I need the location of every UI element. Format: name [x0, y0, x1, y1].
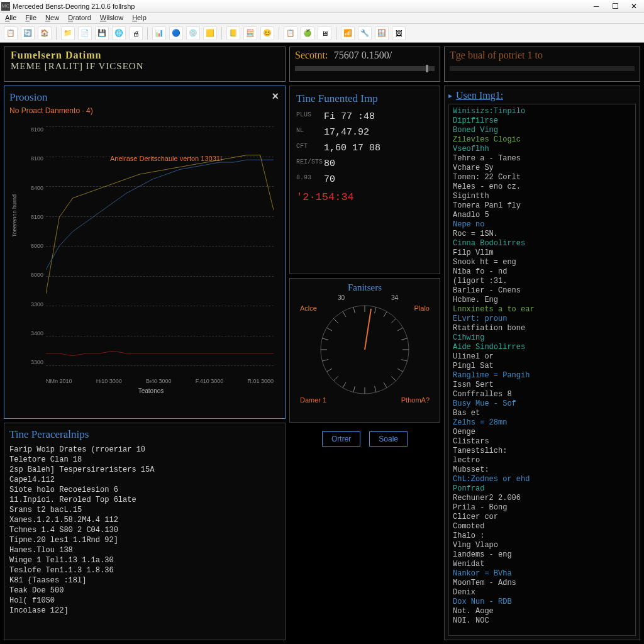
list-item[interactable]: Conffralles 8 [453, 390, 631, 399]
list-item[interactable]: Clistars [453, 437, 631, 447]
close-icon[interactable]: × [272, 90, 279, 103]
list-item[interactable]: ELvrt: proun [453, 314, 631, 324]
list-item[interactable]: Tanestslich: [453, 447, 631, 456]
toolbar-icon-12[interactable]: 📒 [226, 26, 240, 40]
log-line: K81 {Taases :18l] [9, 575, 280, 586]
list-item[interactable]: Winisizs:Tinpilo [453, 107, 631, 116]
toolbar-icon-14[interactable]: 😊 [260, 26, 274, 40]
list-item[interactable]: NOI. NOC [453, 616, 631, 626]
list-item[interactable]: lectro [453, 456, 631, 465]
list-item[interactable]: Comoted [453, 522, 631, 531]
list-item[interactable]: Cihwing [453, 333, 631, 343]
list-item[interactable]: Busy Mue - Sof [453, 399, 631, 409]
list-item[interactable]: Ranglime = Pangih [453, 371, 631, 380]
list-item[interactable]: Tehre a - Tanes [453, 154, 631, 164]
list-item[interactable]: Filp Vllm [453, 248, 631, 258]
list-body[interactable]: Winisizs:TinpiloDipifilrseBoned VingZile… [448, 104, 636, 636]
list-item[interactable]: MoonTem - Adns [453, 579, 631, 588]
list-item[interactable]: Not. Aoge [453, 607, 631, 616]
toolbar-icon-7[interactable]: 🖨 [129, 26, 143, 40]
list-item[interactable]: Niba fo - nd [453, 267, 631, 277]
list-item[interactable]: Zilevles Clogic [453, 135, 631, 145]
metric-row: NL17,47.92 [296, 127, 433, 138]
list-item[interactable]: Vseoflhh [453, 145, 631, 154]
list-item[interactable]: landems - eng [453, 550, 631, 560]
list-item[interactable]: Issn Sert [453, 380, 631, 390]
list-item[interactable]: (ligort :31. [453, 277, 631, 286]
toolbar-icon-21[interactable]: 🖼 [392, 26, 406, 40]
toolbar-icon-4[interactable]: 📄 [78, 26, 92, 40]
toolbar-icon-10[interactable]: 💿 [186, 26, 200, 40]
window-title: Merceded Benst-Deoring 21.0.6 follrshp [13, 3, 587, 10]
list-item[interactable]: Tonera Panl fly [453, 201, 631, 211]
menu-new[interactable]: New [45, 14, 59, 22]
list-item[interactable]: Rtatfiation bone [453, 324, 631, 333]
toolbar-icon-18[interactable]: 📶 [341, 26, 355, 40]
menu-dratord[interactable]: Dratord [68, 14, 91, 22]
toolbar-icon-9[interactable]: 🔵 [169, 26, 183, 40]
svg-line-2 [375, 307, 377, 313]
toolbar-icon-16[interactable]: 🍏 [301, 26, 314, 40]
list-panel: ▸ Usen Img1: Winisizs:TinpiloDipifilrseB… [444, 86, 640, 640]
toolbar-icon-0[interactable]: 📋 [4, 26, 18, 40]
menu-alle[interactable]: Alle [5, 14, 16, 22]
toolbar-icon-20[interactable]: 🪟 [375, 26, 389, 40]
toolbar-icon-2[interactable]: 🏠 [38, 26, 52, 40]
menu-help[interactable]: Help [132, 14, 147, 22]
toolbar-icon-5[interactable]: 💾 [95, 26, 109, 40]
toolbar-icon-13[interactable]: 🧮 [243, 26, 257, 40]
list-item[interactable]: Boned Ving [453, 126, 631, 135]
list-item[interactable]: Ulinel or [453, 352, 631, 362]
list-item[interactable]: Hcbme. Eng [453, 296, 631, 305]
list-item[interactable]: Dipifilrse [453, 116, 631, 126]
list-item[interactable]: Nepe no [453, 220, 631, 230]
y-axis-label: Toeerenon hurnd [11, 194, 18, 237]
list-item[interactable]: Ponfrad [453, 484, 631, 494]
list-item[interactable]: Prila - Bong [453, 503, 631, 513]
progress-bar[interactable] [295, 66, 435, 71]
toolbar-icon-17[interactable]: 🖥 [318, 26, 331, 40]
soale-button[interactable]: Soale [369, 431, 408, 447]
toolbar-icon-15[interactable]: 📋 [284, 26, 297, 40]
list-item[interactable]: Pingl Sat [453, 362, 631, 371]
list-item[interactable]: Wenidat [453, 560, 631, 569]
list-item[interactable]: Oenge [453, 428, 631, 437]
ytick: 6000 [26, 272, 43, 278]
ortrer-button[interactable]: Ortrer [322, 431, 360, 447]
list-item[interactable]: Mubsset: [453, 465, 631, 475]
list-item[interactable]: Zelhs = 28mn [453, 418, 631, 428]
menu-wilslow[interactable]: Wilslow [100, 14, 123, 22]
list-item[interactable]: Snook ht = eng [453, 258, 631, 267]
list-item[interactable]: Rechuner2 2.006 [453, 494, 631, 503]
list-item[interactable]: Aide Sindolirres [453, 343, 631, 352]
list-item[interactable]: Dox Nun - RDB [453, 597, 631, 607]
list-item[interactable]: Tonen: 22 Corlt [453, 173, 631, 182]
toolbar-icon-19[interactable]: 🔧 [358, 26, 372, 40]
minimize-button[interactable]: ─ [587, 1, 605, 12]
svg-line-10 [391, 376, 396, 380]
toolbar-icon-6[interactable]: 🌐 [112, 26, 126, 40]
list-item[interactable]: Bas et [453, 409, 631, 418]
list-item[interactable]: Cinna Bodolirres [453, 239, 631, 248]
toolbar-icon-8[interactable]: 📊 [152, 26, 166, 40]
list-item[interactable]: Meles - eno cz. [453, 182, 631, 192]
list-item[interactable]: Sigintth [453, 192, 631, 201]
list-item[interactable]: Vlng Vlapo [453, 541, 631, 550]
list-item[interactable]: Lnnxinets a to ear [453, 305, 631, 314]
x-axis-label: Teatonos [138, 387, 164, 394]
list-item[interactable]: Vchare Sy [453, 164, 631, 173]
toolbar-icon-11[interactable]: 🟨 [203, 26, 217, 40]
menu-file[interactable]: File [25, 14, 36, 22]
maximize-button[interactable]: ☐ [606, 1, 624, 12]
list-item[interactable]: Clicer cor [453, 513, 631, 522]
list-item[interactable]: ChL:Zodnes or ehd [453, 475, 631, 484]
list-item[interactable]: Ihalo : [453, 531, 631, 541]
list-item[interactable]: Anadlo 5 [453, 211, 631, 220]
close-button[interactable]: ✕ [625, 1, 643, 12]
list-item[interactable]: Roc = 1SN. [453, 230, 631, 239]
list-item[interactable]: Barlier - Cnens [453, 286, 631, 296]
toolbar-icon-3[interactable]: 📁 [61, 26, 75, 40]
toolbar-icon-1[interactable]: 🔄 [21, 26, 35, 40]
list-item[interactable]: Nankor = BVha [453, 569, 631, 579]
list-item[interactable]: Denix [453, 588, 631, 597]
